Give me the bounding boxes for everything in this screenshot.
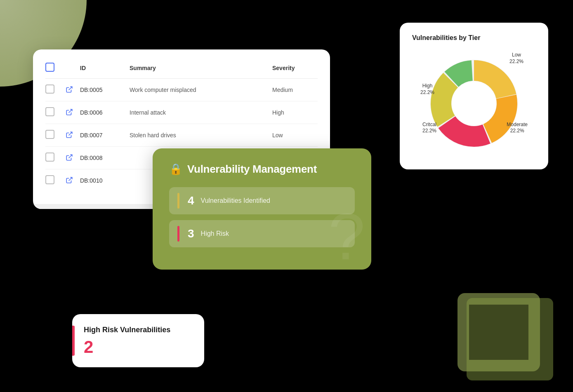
decorative-olive-rect xyxy=(467,298,553,380)
donut-label-critical: Critcal 22.2% xyxy=(422,122,436,134)
svg-line-0 xyxy=(69,87,72,90)
cell-severity: Low xyxy=(272,132,318,138)
vuln-title: Vulnerability Management xyxy=(187,163,317,176)
lock-icon: 🔒 xyxy=(169,163,182,176)
donut-chart-title: Vulnerabilities by Tier xyxy=(412,34,536,42)
row-link-icon[interactable] xyxy=(65,176,73,184)
accent-bar-pink xyxy=(177,226,179,242)
donut-label-low: Low 22.2% xyxy=(509,52,523,65)
vuln-title-row: 🔒 Vulnerability Management xyxy=(169,163,355,176)
vuln-stat-high-risk: 3 High Risk xyxy=(169,220,355,247)
table-row: DB:0007 Stolen hard drives Low xyxy=(45,124,318,147)
cell-id: DB:0008 xyxy=(80,155,130,161)
cell-severity: High xyxy=(272,109,318,116)
row-checkbox[interactable] xyxy=(45,85,54,94)
svg-line-2 xyxy=(69,132,72,135)
row-link-icon[interactable] xyxy=(65,85,73,94)
cell-id: DB:0006 xyxy=(80,109,130,116)
cell-id: DB:0005 xyxy=(80,87,130,93)
cell-summary: Work computer misplaced xyxy=(130,87,272,93)
decorative-question-mark: ? xyxy=(328,204,365,270)
svg-line-4 xyxy=(69,177,72,181)
donut-label-high: High 22.2% xyxy=(420,83,434,96)
row-link-icon[interactable] xyxy=(65,108,73,116)
donut-chart-wrapper: .donut-ring { fill: transparent; stroke-… xyxy=(420,50,528,157)
high-risk-vulnerabilities-card: High Risk Vulnerabilities 2 xyxy=(72,314,204,367)
accent-bar-yellow xyxy=(177,193,179,209)
row-checkbox[interactable] xyxy=(45,153,54,162)
col-header-summary: Summary xyxy=(130,65,272,71)
select-all-checkbox[interactable] xyxy=(45,63,54,72)
vuln-stat-identified: 4 Vulnerabilities Identified xyxy=(169,187,355,214)
svg-line-1 xyxy=(69,109,72,113)
donut-chart-svg: .donut-ring { fill: transparent; stroke-… xyxy=(420,50,528,157)
cell-id: DB:0007 xyxy=(80,132,130,138)
cell-summary: Internal attack xyxy=(130,109,272,116)
table-header: ID Summary Severity xyxy=(45,58,318,79)
row-checkbox[interactable] xyxy=(45,175,54,184)
cell-id: DB:0010 xyxy=(80,177,130,184)
vulnerability-management-card: ? 🔒 Vulnerability Management 4 Vulnerabi… xyxy=(153,148,371,270)
row-checkbox[interactable] xyxy=(45,107,54,116)
vuln-stat-label-1: Vulnerabilities Identified xyxy=(201,197,270,204)
donut-label-moderate: Moderate 22.2% xyxy=(507,122,528,134)
vuln-stat-number-2: 3 xyxy=(188,227,194,240)
table-row: DB:0006 Internal attack High xyxy=(45,101,318,124)
row-link-icon[interactable] xyxy=(65,153,73,162)
high-risk-value: 2 xyxy=(84,338,193,356)
svg-line-3 xyxy=(69,155,72,158)
col-header-severity: Severity xyxy=(272,65,318,71)
high-risk-accent-bar xyxy=(72,326,75,356)
cell-severity: Medium xyxy=(272,87,318,93)
vuln-stat-number-1: 4 xyxy=(188,194,194,207)
row-link-icon[interactable] xyxy=(65,131,73,139)
vulnerabilities-by-tier-card: Vulnerabilities by Tier .donut-ring { fi… xyxy=(400,23,548,169)
high-risk-title: High Risk Vulnerabilities xyxy=(84,326,193,334)
row-checkbox[interactable] xyxy=(45,130,54,139)
high-risk-content: High Risk Vulnerabilities 2 xyxy=(84,326,193,356)
col-header-id: ID xyxy=(80,65,130,71)
vuln-stat-label-2: High Risk xyxy=(201,230,229,237)
donut-center xyxy=(452,81,496,126)
table-row: DB:0005 Work computer misplaced Medium xyxy=(45,79,318,101)
cell-summary: Stolen hard drives xyxy=(130,132,272,138)
